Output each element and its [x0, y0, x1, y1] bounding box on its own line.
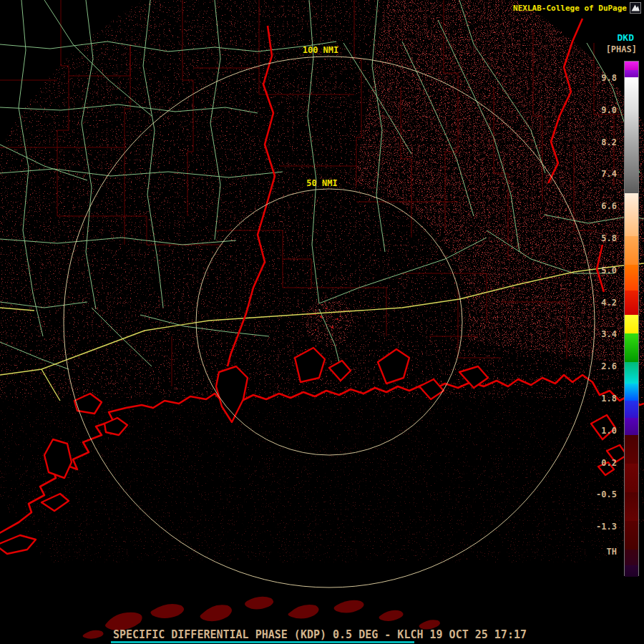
colorbar-segment	[625, 265, 638, 291]
colorbar-segment	[625, 77, 638, 110]
colorbar-segment	[625, 401, 638, 418]
product-code-label: DKD	[584, 32, 634, 43]
colorbar-segment	[625, 464, 638, 492]
colorbar-threshold-label: TH	[585, 547, 617, 557]
cod-logo-icon	[630, 2, 641, 14]
colorbar-segment	[625, 550, 638, 565]
radar-map: 50 NMI 100 NMI	[0, 0, 644, 644]
caption-underline	[111, 641, 414, 643]
colorbar-segment	[625, 291, 638, 315]
colorbar-segment	[625, 384, 638, 401]
attribution-text: NEXLAB-College of DuPage	[513, 4, 627, 13]
colorbar-segment	[625, 362, 638, 384]
colorbar-segment	[625, 435, 638, 464]
range-ring-label-50: 50 NMI	[306, 178, 337, 188]
radar-echo-field	[0, 0, 644, 644]
colorbar-segment	[625, 70, 638, 77]
colorbar-segment	[625, 193, 638, 208]
colorbar-segment	[625, 62, 638, 70]
colorbar	[624, 61, 639, 576]
colorbar-segment	[625, 236, 638, 265]
colorbar-segment	[625, 418, 638, 435]
colorbar-segment	[625, 143, 638, 176]
range-ring-label-100: 100 NMI	[303, 45, 339, 55]
radar-display: 50 NMI 100 NMI NEXLAB-College of DuPage …	[0, 0, 644, 644]
colorbar-segment	[625, 492, 638, 521]
colorbar-segment	[625, 208, 638, 236]
colorbar-segment	[625, 176, 638, 193]
units-label: [PHAS]	[580, 44, 637, 54]
product-caption: SPECIFIC DIFFERENTIAL PHASE (KDP) 0.5 DE…	[113, 628, 527, 641]
colorbar-segment	[625, 110, 638, 143]
colorbar-segment	[625, 315, 638, 333]
colorbar-segment	[625, 565, 638, 577]
colorbar-segment	[625, 333, 638, 362]
colorbar-segment	[625, 521, 638, 550]
